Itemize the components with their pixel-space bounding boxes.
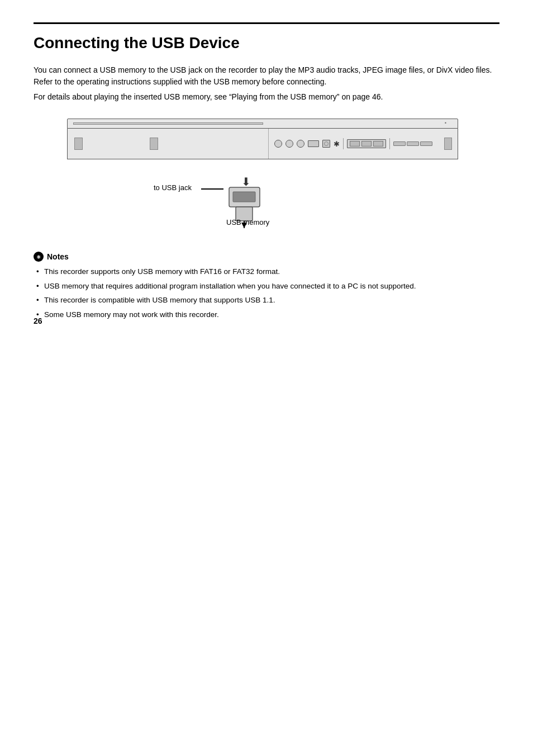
- notes-icon: ⚛: [34, 252, 44, 262]
- intro-paragraph1: You can connect a USB memory to the USB …: [34, 64, 499, 88]
- usb-memory-label: USB memory: [226, 218, 269, 226]
- notes-header: ⚛ Notes: [34, 252, 499, 262]
- notes-label: Notes: [47, 252, 69, 261]
- divider-1: [343, 138, 344, 149]
- recorder-slot-left: [74, 138, 83, 150]
- svg-text:⚛: ⚛: [36, 254, 41, 260]
- port-circle-1: [274, 140, 282, 148]
- top-border: [34, 22, 499, 24]
- small-btn-1: [393, 141, 406, 146]
- page-number: 26: [34, 316, 42, 325]
- page-container: Connecting the USB Device You can connec…: [34, 22, 499, 320]
- recorder-top-strip: [67, 119, 458, 129]
- recorder-illustration: ✱: [67, 119, 469, 235]
- notes-list: This recorder supports only USB memory w…: [34, 266, 499, 320]
- port-circle-2: [285, 140, 293, 148]
- port-rect-1: [308, 140, 319, 147]
- note-item-2: USB memory that requires additional prog…: [36, 281, 499, 292]
- note-bolt-icon: ⚛: [35, 253, 42, 261]
- usb-rect3: [373, 141, 383, 147]
- small-btn-3: [420, 141, 432, 146]
- notes-section: ⚛ Notes This recorder supports only USB …: [34, 252, 499, 320]
- recorder-body: ✱: [67, 129, 458, 159]
- intro-paragraph2: For details about playing the inserted U…: [34, 91, 499, 103]
- port-square-1: [322, 140, 330, 148]
- gear-icon: ✱: [334, 140, 340, 148]
- button-group: [393, 141, 432, 146]
- note-item-1: This recorder supports only USB memory w…: [36, 266, 499, 277]
- usb-connector-area: to USB jack ⬇ U: [67, 162, 469, 235]
- recorder-right-section: ✱: [269, 129, 458, 159]
- to-usb-jack-label: to USB jack: [154, 183, 192, 192]
- divider-2: [389, 138, 390, 149]
- note-item-3: This recorder is compatible with USB mem…: [36, 295, 499, 306]
- svg-text:⬇: ⬇: [241, 176, 251, 188]
- diagram-area: DVD recorder ✱: [34, 119, 499, 235]
- usb-rect2: [361, 141, 372, 147]
- svg-rect-1: [233, 192, 255, 202]
- page-title: Connecting the USB Device: [34, 34, 499, 52]
- recorder-left-section: [68, 129, 269, 159]
- note-item-4: Some USB memory may not work with this r…: [36, 309, 499, 320]
- recorder-slot-left2: [150, 138, 158, 150]
- port-circle-3: [297, 140, 304, 148]
- end-slot: [444, 138, 452, 150]
- usb-rect: [350, 141, 360, 147]
- usb-port-area: [347, 139, 386, 148]
- top-strip-slot: [73, 122, 263, 125]
- small-btn-2: [407, 141, 419, 146]
